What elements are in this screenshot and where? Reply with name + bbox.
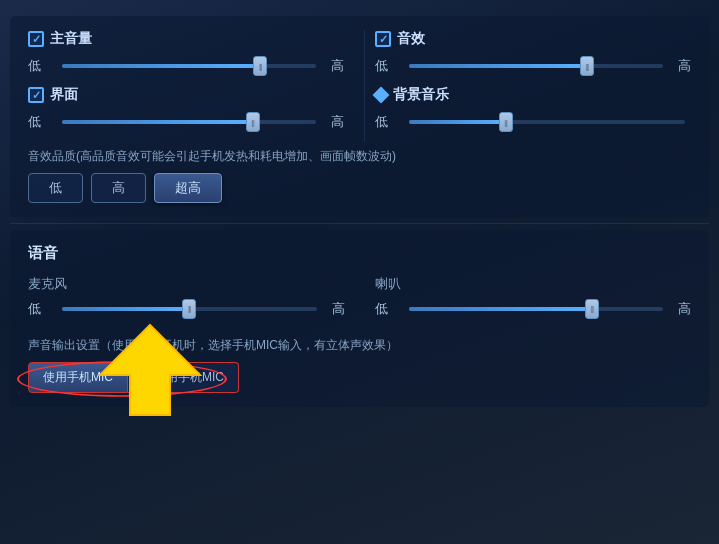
no-mic-button[interactable]: 不使用手机MIC xyxy=(128,362,239,393)
main-volume-header: 主音量 xyxy=(28,30,344,48)
bg-music-slider-row: 低 xyxy=(375,112,691,132)
interface-track[interactable] xyxy=(62,112,316,132)
main-volume-checkbox[interactable] xyxy=(28,31,44,47)
bg-music-track[interactable] xyxy=(409,112,685,132)
effects-header: 音效 xyxy=(375,30,691,48)
main-volume-label: 主音量 xyxy=(50,30,92,48)
mic-low: 低 xyxy=(28,300,56,318)
effects-track[interactable] xyxy=(409,56,663,76)
mic-slider-row: 低 高 xyxy=(28,299,345,319)
bg-music-label: 背景音乐 xyxy=(393,86,449,104)
effects-high: 高 xyxy=(669,57,691,75)
voice-col-mic: 麦克风 低 高 xyxy=(28,275,365,329)
interface-low: 低 xyxy=(28,113,56,131)
quality-btn-low[interactable]: 低 xyxy=(28,173,83,203)
voice-section: 语音 麦克风 低 高 喇叭 xyxy=(10,230,709,407)
speaker-thumb[interactable] xyxy=(585,299,599,319)
section-divider xyxy=(10,223,709,224)
quality-note: 音效品质(高品质音效可能会引起手机发热和耗电增加、画面帧数波动) xyxy=(28,148,691,165)
effects-checkbox[interactable] xyxy=(375,31,391,47)
main-volume-thumb[interactable] xyxy=(253,56,267,76)
interface-header: 界面 xyxy=(28,86,344,104)
bg-music-low: 低 xyxy=(375,113,403,131)
voice-col-speaker: 喇叭 低 高 xyxy=(365,275,692,329)
diamond-icon xyxy=(373,87,390,104)
quality-btn-high[interactable]: 高 xyxy=(91,173,146,203)
bg-music-header: 背景音乐 xyxy=(375,86,691,104)
mic-high: 高 xyxy=(323,300,345,318)
interface-high: 高 xyxy=(322,113,344,131)
voice-columns: 麦克风 低 高 喇叭 低 xyxy=(28,275,691,329)
col-main-volume: 主音量 低 高 界面 xyxy=(28,30,364,142)
interface-checkbox[interactable] xyxy=(28,87,44,103)
effects-slider-row: 低 高 xyxy=(375,56,691,76)
mic-thumb[interactable] xyxy=(182,299,196,319)
interface-slider-row: 低 高 xyxy=(28,112,344,132)
use-mic-button[interactable]: 使用手机MIC xyxy=(28,362,128,393)
effects-thumb[interactable] xyxy=(580,56,594,76)
settings-container: 主音量 低 高 界面 xyxy=(0,0,719,544)
interface-thumb[interactable] xyxy=(246,112,260,132)
col-effects: 音效 低 高 背景音乐 xyxy=(364,30,691,142)
mic-buttons: 使用手机MIC 不使用手机MIC xyxy=(28,362,239,393)
effects-low: 低 xyxy=(375,57,403,75)
mic-note: 声音输出设置（使用蓝牙耳机时，选择手机MIC输入，有立体声效果） xyxy=(28,337,691,354)
speaker-track[interactable] xyxy=(409,299,664,319)
speaker-slider-row: 低 高 xyxy=(375,299,692,319)
speaker-label: 喇叭 xyxy=(375,275,692,293)
audio-columns: 主音量 低 高 界面 xyxy=(28,30,691,142)
main-volume-low: 低 xyxy=(28,57,56,75)
quality-btn-ultra[interactable]: 超高 xyxy=(154,173,222,203)
interface-label: 界面 xyxy=(50,86,78,104)
effects-label: 音效 xyxy=(397,30,425,48)
speaker-high: 高 xyxy=(669,300,691,318)
quality-buttons: 低 高 超高 xyxy=(28,173,691,203)
mic-track[interactable] xyxy=(62,299,317,319)
bg-music-thumb[interactable] xyxy=(499,112,513,132)
main-volume-track[interactable] xyxy=(62,56,316,76)
voice-title: 语音 xyxy=(28,244,691,263)
main-volume-slider-row: 低 高 xyxy=(28,56,344,76)
mic-buttons-wrap: 使用手机MIC 不使用手机MIC xyxy=(28,362,239,393)
speaker-low: 低 xyxy=(375,300,403,318)
quality-section: 音效品质(高品质音效可能会引起手机发热和耗电增加、画面帧数波动) 低 高 超高 xyxy=(28,148,691,203)
audio-section: 主音量 低 高 界面 xyxy=(10,16,709,217)
main-volume-high: 高 xyxy=(322,57,344,75)
mic-label: 麦克风 xyxy=(28,275,345,293)
